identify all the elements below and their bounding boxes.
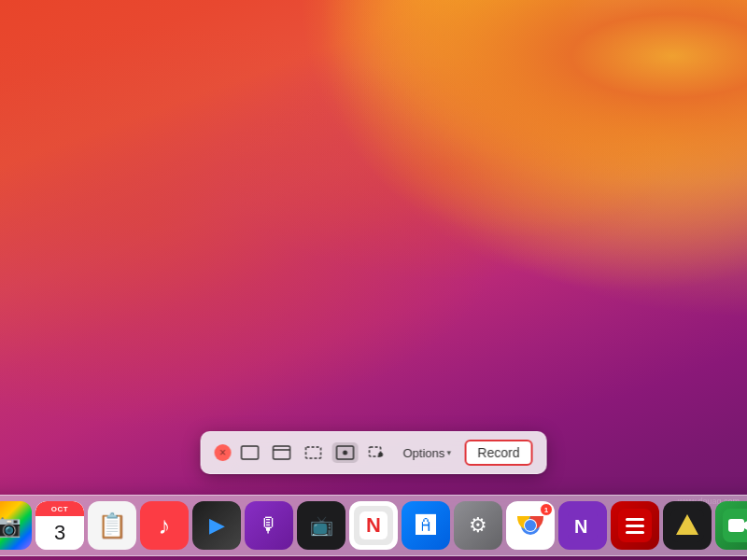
record-screen-icon[interactable] bbox=[332, 442, 359, 463]
dock-item-appletv[interactable]: 📺 bbox=[297, 501, 345, 550]
dock-item-podcasts[interactable]: 🎙 bbox=[245, 501, 293, 550]
calendar-badge: OCT 3 bbox=[35, 501, 84, 550]
options-label: Options bbox=[403, 446, 445, 460]
dock-item-photos[interactable]: 📷 bbox=[0, 501, 32, 550]
record-selection-icon[interactable] bbox=[364, 442, 390, 463]
dock-item-system-preferences[interactable]: ⚙ bbox=[454, 501, 502, 550]
svg-rect-19 bbox=[626, 525, 644, 527]
dock-item-reminders[interactable]: 📋 bbox=[88, 501, 136, 550]
dock-item-instruments[interactable] bbox=[663, 501, 712, 550]
svg-text:N: N bbox=[366, 513, 381, 537]
dock-item-calendar[interactable]: OCT 3 bbox=[35, 501, 84, 550]
svg-rect-20 bbox=[626, 531, 644, 534]
options-chevron-icon: ▾ bbox=[446, 448, 451, 457]
svg-rect-1 bbox=[274, 446, 290, 459]
svg-point-5 bbox=[343, 451, 347, 455]
dock-item-music[interactable]: ♪ bbox=[140, 501, 189, 550]
dock-item-facetime[interactable] bbox=[715, 501, 747, 550]
svg-rect-3 bbox=[306, 447, 321, 458]
svg-rect-24 bbox=[728, 519, 744, 532]
dock-item-appstore[interactable]: 🅰 bbox=[402, 501, 450, 550]
wallpaper bbox=[0, 0, 747, 560]
dock: 📷 OCT 3 📋 ♪ ▶ 🎙 📺 N 🅰 bbox=[0, 495, 747, 556]
close-toolbar-button[interactable] bbox=[215, 444, 232, 461]
calendar-day: 3 bbox=[54, 516, 65, 550]
capture-selection-icon[interactable] bbox=[301, 442, 327, 463]
svg-text:N: N bbox=[574, 516, 587, 537]
chrome-notification-badge: 1 bbox=[540, 503, 553, 516]
record-button[interactable]: Record bbox=[464, 440, 532, 466]
svg-point-14 bbox=[525, 520, 536, 531]
dock-item-opus[interactable] bbox=[611, 501, 659, 550]
screenshot-toolbar: Options ▾ Record bbox=[201, 431, 547, 474]
capture-window-icon[interactable] bbox=[269, 442, 295, 463]
svg-rect-0 bbox=[242, 446, 259, 459]
dock-item-onenote[interactable]: N bbox=[558, 501, 607, 550]
dock-item-chrome[interactable]: 1 bbox=[506, 501, 555, 550]
svg-rect-18 bbox=[626, 518, 644, 521]
options-button[interactable]: Options ▾ bbox=[396, 443, 459, 463]
capture-fullscreen-icon[interactable] bbox=[237, 442, 263, 463]
dock-item-news[interactable]: N bbox=[349, 501, 398, 550]
svg-point-7 bbox=[378, 453, 383, 457]
calendar-month: OCT bbox=[35, 501, 84, 516]
dock-item-quicktime[interactable]: ▶ bbox=[192, 501, 241, 550]
